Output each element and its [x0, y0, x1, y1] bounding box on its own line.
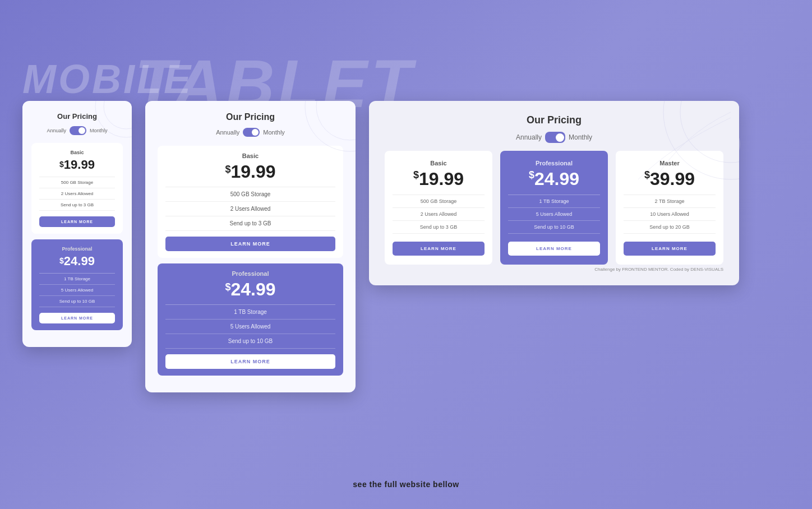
monthly-label: Monthly [90, 128, 108, 133]
credit-text: Challenge by FRONTEND MENTOR. Coded by D… [385, 267, 723, 272]
previews-row: Our Pricing Annually Monthly Basic $19.9… [22, 101, 739, 392]
tablet-toggle-knob [252, 129, 259, 136]
tablet-pricing-title: Our Pricing [158, 112, 343, 122]
desktop-toggle[interactable]: Annually Monthly [385, 132, 723, 143]
desktop-toggle-track[interactable] [545, 132, 565, 143]
footer-cta: see the full website bellow [353, 480, 459, 489]
toggle-track[interactable] [70, 126, 86, 135]
list-item: Send up to 3 GB [165, 216, 335, 231]
desktop-master-dollar: $ [644, 169, 650, 181]
desktop-master-card: Master $39.99 2 TB Storage 10 Users Allo… [616, 151, 723, 265]
mobile-basic-name: Basic [39, 150, 115, 155]
desktop-pro-name: Professional [508, 160, 600, 166]
list-item: 2 Users Allowed [165, 202, 335, 216]
list-item: 1 TB Storage [508, 195, 600, 208]
desktop-pro-features: 1 TB Storage 5 Users Allowed Send up to … [508, 195, 600, 234]
list-item: 500 GB Storage [393, 195, 485, 208]
tablet-toggle-track[interactable] [243, 128, 260, 137]
list-item: 1 TB Storage [39, 274, 115, 285]
page-container: MOBILE TABLET DESKTOP Our Pricing Annual… [0, 0, 812, 509]
tablet-professional-card: Professional $24.99 1 TB Storage 5 Users… [158, 263, 343, 376]
list-item: Send up to 10 GB [165, 334, 335, 349]
mobile-pro-dollar: $ [59, 256, 64, 265]
desktop-professional-card: Professional $24.99 1 TB Storage 5 Users… [500, 151, 608, 265]
list-item: Send up to 10 GB [39, 296, 115, 307]
list-item: Send up to 10 GB [508, 221, 600, 234]
mobile-basic-dollar: $ [59, 160, 64, 169]
desktop-annually-label: Annually [516, 133, 542, 141]
desktop-monthly-label: Monthly [569, 133, 592, 141]
mobile-toggle[interactable]: Annually Monthly [31, 126, 123, 135]
desktop-pro-price: $24.99 [508, 170, 600, 188]
desktop-basic-learn-btn[interactable]: LEARN MORE [393, 242, 485, 256]
list-item: Send up to 3 GB [393, 221, 485, 234]
tablet-pro-name: Professional [165, 270, 335, 277]
tablet-pro-features: 1 TB Storage 5 Users Allowed Send up to … [165, 304, 335, 349]
mobile-basic-learn-btn[interactable]: LEARN MORE [39, 216, 115, 227]
tablet-pro-price: $24.99 [165, 279, 335, 300]
mobile-pro-name: Professional [39, 246, 115, 252]
mobile-pricing-title: Our Pricing [31, 112, 123, 121]
mobile-basic-card: Basic $19.99 500 GB Storage 2 Users Allo… [31, 143, 123, 234]
list-item: 10 Users Allowed [624, 208, 716, 221]
desktop-basic-name: Basic [393, 160, 485, 166]
tablet-basic-features: 500 GB Storage 2 Users Allowed Send up t… [165, 187, 335, 231]
tablet-pro-dollar: $ [225, 281, 230, 293]
tablet-basic-name: Basic [165, 152, 335, 159]
desktop-master-price: $39.99 [624, 170, 716, 188]
list-item: 5 Users Allowed [508, 208, 600, 221]
mobile-pro-price: $24.99 [39, 254, 115, 269]
list-item: 5 Users Allowed [165, 320, 335, 334]
toggle-knob [79, 127, 85, 134]
tablet-toggle[interactable]: Annually Monthly [158, 128, 343, 137]
list-item: 2 Users Allowed [39, 188, 115, 200]
list-item: 2 Users Allowed [393, 208, 485, 221]
annually-label: Annually [47, 128, 66, 133]
list-item: 500 GB Storage [165, 187, 335, 202]
tablet-annually-label: Annually [216, 129, 239, 136]
desktop-pro-dollar: $ [529, 169, 534, 181]
desktop-basic-features: 500 GB Storage 2 Users Allowed Send up t… [393, 195, 485, 234]
desktop-pricing-title: Our Pricing [385, 114, 723, 126]
desktop-toggle-knob [556, 133, 564, 142]
desktop-master-learn-btn[interactable]: LEARN MORE [624, 242, 716, 256]
desktop-pro-learn-btn[interactable]: LEARN MORE [508, 242, 600, 256]
mobile-pro-features: 1 TB Storage 5 Users Allowed Send up to … [39, 273, 115, 307]
mobile-professional-card: Professional $24.99 1 TB Storage 5 Users… [31, 239, 123, 330]
desktop-preview: Our Pricing Annually Monthly Basic $19.9… [369, 101, 739, 285]
tablet-basic-card: Basic $19.99 500 GB Storage 2 Users Allo… [158, 146, 343, 258]
desktop-basic-dollar: $ [413, 169, 419, 181]
list-item: Send up to 3 GB [39, 200, 115, 211]
tablet-basic-price: $19.99 [165, 161, 335, 182]
tablet-basic-learn-btn[interactable]: LEARN MORE [165, 237, 335, 251]
mobile-preview: Our Pricing Annually Monthly Basic $19.9… [22, 101, 132, 347]
list-item: 1 TB Storage [165, 305, 335, 320]
tablet-pro-learn-btn[interactable]: LEARN MORE [165, 354, 335, 369]
mobile-pro-learn-btn[interactable]: LEARN MORE [39, 313, 115, 323]
svg-point-3 [305, 101, 356, 151]
desktop-basic-price: $19.99 [393, 170, 485, 188]
mobile-basic-price: $19.99 [39, 158, 115, 172]
tablet-basic-dollar: $ [225, 164, 230, 175]
desktop-master-features: 2 TB Storage 10 Users Allowed Send up to… [624, 195, 716, 234]
list-item: 2 TB Storage [624, 195, 716, 208]
list-item: 5 Users Allowed [39, 285, 115, 296]
desktop-master-name: Master [624, 160, 716, 166]
desktop-plans-row: Basic $19.99 500 GB Storage 2 Users Allo… [385, 151, 723, 265]
list-item: Send up to 20 GB [624, 221, 716, 234]
tablet-monthly-label: Monthly [263, 129, 285, 136]
desktop-basic-card: Basic $19.99 500 GB Storage 2 Users Allo… [385, 151, 492, 265]
list-item: 500 GB Storage [39, 177, 115, 188]
tablet-preview: Our Pricing Annually Monthly Basic $19.9… [145, 101, 356, 392]
mobile-basic-features: 500 GB Storage 2 Users Allowed Send up t… [39, 177, 115, 211]
